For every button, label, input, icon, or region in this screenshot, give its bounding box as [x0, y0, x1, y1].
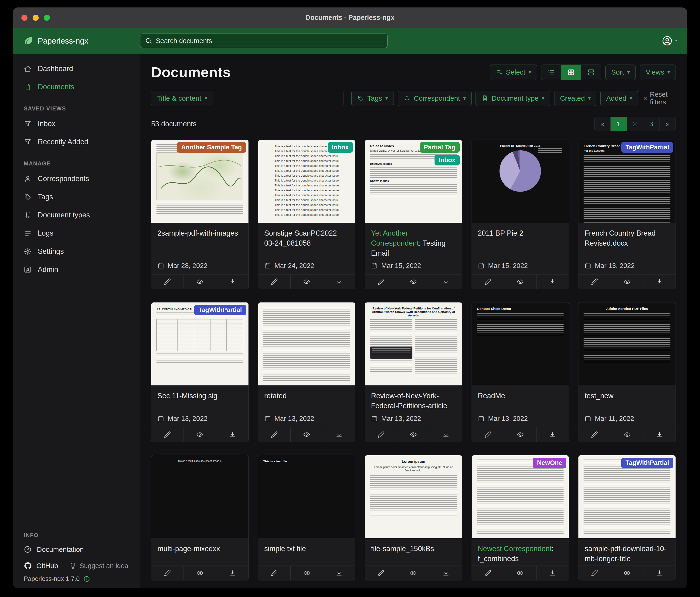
- document-title[interactable]: multi-page-mixedxx: [151, 538, 248, 566]
- sidebar-item-settings[interactable]: Settings: [13, 242, 140, 261]
- sidebar-item-github[interactable]: GitHub: [24, 562, 58, 570]
- preview-document-button[interactable]: [611, 274, 643, 289]
- download-document-button[interactable]: [323, 427, 355, 442]
- pagination-prev[interactable]: «: [594, 117, 610, 131]
- document-title[interactable]: rotated: [258, 385, 355, 413]
- preview-document-button[interactable]: [183, 274, 216, 289]
- document-title[interactable]: Yet Another Correspondent: Testing Email: [365, 223, 462, 260]
- document-thumbnail[interactable]: Review of New York Federal Petitions for…: [365, 303, 462, 385]
- sidebar-item-admin[interactable]: Admin: [13, 261, 140, 279]
- sort-button[interactable]: Sort ▾: [605, 65, 636, 80]
- download-document-button[interactable]: [643, 427, 676, 442]
- edit-document-button[interactable]: [472, 427, 504, 442]
- info-circle-icon[interactable]: [83, 576, 90, 582]
- tag-badge[interactable]: NewOne: [533, 458, 566, 468]
- filter-added-dropdown[interactable]: Added▾: [600, 91, 638, 106]
- edit-document-button[interactable]: [151, 274, 183, 289]
- tag-badge[interactable]: TagWithPartial: [621, 458, 673, 468]
- preview-document-button[interactable]: [291, 427, 323, 442]
- views-button[interactable]: Views ▾: [640, 65, 676, 80]
- edit-document-button[interactable]: [472, 566, 504, 580]
- document-title[interactable]: French Country Bread Revised.docx: [578, 223, 676, 260]
- document-thumbnail[interactable]: Adobe Acrobat PDF Files: [578, 303, 676, 385]
- preview-document-button[interactable]: [183, 566, 216, 580]
- edit-document-button[interactable]: [151, 427, 183, 442]
- sidebar-item-tags[interactable]: Tags: [13, 188, 140, 206]
- preview-document-button[interactable]: [183, 427, 216, 442]
- document-thumbnail[interactable]: Another Sample Tag: [151, 140, 248, 223]
- sidebar-item-suggest-idea[interactable]: Suggest an idea: [69, 562, 128, 570]
- list-view-toggle[interactable]: [541, 65, 561, 80]
- document-title[interactable]: test_new: [578, 385, 676, 413]
- preview-document-button[interactable]: [291, 566, 323, 580]
- document-title[interactable]: 2sample-pdf-with-images: [151, 223, 248, 260]
- document-thumbnail[interactable]: French Country BreadFor the Lesson:TagWi…: [578, 140, 676, 223]
- download-document-button[interactable]: [216, 274, 248, 289]
- sidebar-item-dashboard[interactable]: Dashboard: [13, 59, 140, 78]
- preview-document-button[interactable]: [504, 566, 536, 580]
- preview-document-button[interactable]: [397, 274, 429, 289]
- tag-badge[interactable]: Partial Tag: [420, 142, 460, 152]
- edit-document-button[interactable]: [365, 274, 397, 289]
- filter-text-input[interactable]: [213, 91, 344, 106]
- detail-view-toggle[interactable]: [581, 65, 601, 80]
- download-document-button[interactable]: [323, 274, 355, 289]
- document-thumbnail[interactable]: This is a test for the double space char…: [258, 140, 355, 223]
- edit-document-button[interactable]: [258, 427, 291, 442]
- tag-badge[interactable]: TagWithPartial: [621, 142, 673, 152]
- document-thumbnail[interactable]: This is a test file.: [258, 455, 355, 538]
- download-document-button[interactable]: [430, 427, 462, 442]
- document-thumbnail[interactable]: [258, 303, 355, 385]
- tag-badge[interactable]: Another Sample Tag: [177, 142, 246, 152]
- preview-document-button[interactable]: [611, 566, 643, 580]
- sidebar-item-recently-added[interactable]: Recently Added: [13, 133, 140, 151]
- user-menu[interactable]: ▾: [662, 35, 677, 46]
- sidebar-item-document-types[interactable]: Document types: [13, 206, 140, 224]
- minimize-window-button[interactable]: [33, 15, 39, 21]
- tag-badge[interactable]: Inbox: [434, 155, 460, 165]
- document-thumbnail[interactable]: Release NotesSimba ODBC Driver for SQL S…: [365, 140, 462, 223]
- document-title[interactable]: ReadMe: [472, 385, 569, 413]
- tag-badge[interactable]: Inbox: [328, 142, 353, 152]
- edit-document-button[interactable]: [578, 274, 610, 289]
- search-input[interactable]: [156, 37, 383, 45]
- document-thumbnail[interactable]: NewOne: [472, 455, 569, 538]
- pagination-page-3[interactable]: 3: [643, 117, 659, 131]
- download-document-button[interactable]: [643, 274, 676, 289]
- document-title[interactable]: sample-pdf-download-10-mb-longer-title: [578, 538, 676, 566]
- sidebar-item-inbox[interactable]: Inbox: [13, 115, 140, 133]
- download-document-button[interactable]: [430, 566, 462, 580]
- document-title[interactable]: Sec 11-Missing sig: [151, 385, 248, 413]
- window-titlebar[interactable]: Documents - Paperless-ngx: [13, 7, 687, 28]
- edit-document-button[interactable]: [365, 427, 397, 442]
- grid-view-toggle[interactable]: [561, 65, 581, 80]
- select-button[interactable]: Select ▾: [490, 65, 537, 80]
- document-title[interactable]: file-sample_150kBs: [365, 538, 462, 566]
- preview-document-button[interactable]: [397, 427, 429, 442]
- reset-filters-button[interactable]: Reset filters: [642, 91, 676, 106]
- filter-document-type-dropdown[interactable]: Document type▾: [476, 91, 550, 106]
- edit-document-button[interactable]: [365, 566, 397, 580]
- pagination-page-1[interactable]: 1: [610, 117, 627, 131]
- correspondent-link[interactable]: Newest Correspondent: [478, 545, 552, 553]
- filter-created-dropdown[interactable]: Created▾: [554, 91, 597, 106]
- document-thumbnail[interactable]: Lorem ipsumLorem ipsum dolor sit amet, c…: [365, 455, 462, 538]
- document-thumbnail[interactable]: 1.1. CONTINUING MEDICAL EDUCATagWithPart…: [151, 303, 248, 385]
- edit-document-button[interactable]: [578, 566, 610, 580]
- document-title[interactable]: Review-of-New-York-Federal-Petitions-art…: [365, 385, 462, 413]
- edit-document-button[interactable]: [151, 566, 183, 580]
- sidebar-item-logs[interactable]: Logs: [13, 224, 140, 242]
- close-window-button[interactable]: [21, 15, 27, 21]
- download-document-button[interactable]: [323, 566, 355, 580]
- preview-document-button[interactable]: [504, 427, 536, 442]
- document-thumbnail[interactable]: Patient BP Distribution 2011: [472, 140, 569, 223]
- download-document-button[interactable]: [430, 274, 462, 289]
- correspondent-link[interactable]: Yet Another Correspondent: [371, 229, 419, 247]
- download-document-button[interactable]: [536, 274, 569, 289]
- document-title[interactable]: Sonstige ScanPC2022 03-24_081058: [258, 223, 355, 260]
- document-title[interactable]: simple txt file: [258, 538, 355, 566]
- document-title[interactable]: Newest Correspondent: f_combineds: [472, 538, 569, 566]
- sidebar-item-correspondents[interactable]: Correspondents: [13, 170, 140, 188]
- filter-correspondent-dropdown[interactable]: Correspondent▾: [398, 91, 472, 106]
- download-document-button[interactable]: [216, 566, 248, 580]
